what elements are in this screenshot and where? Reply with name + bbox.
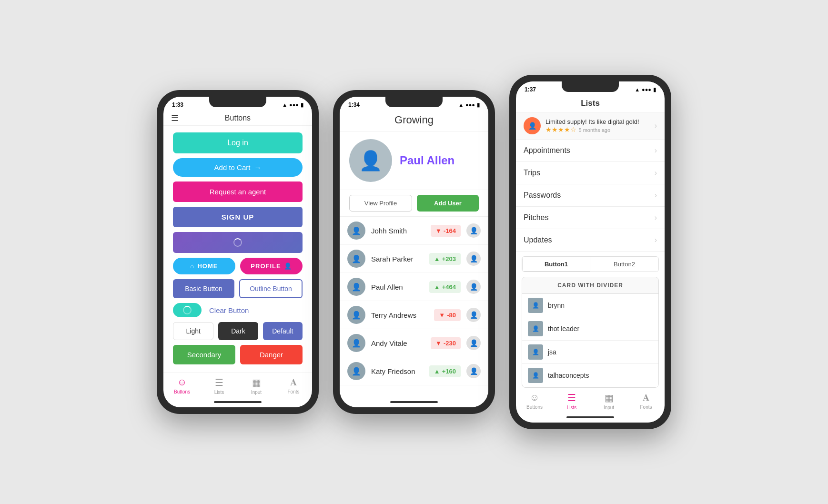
- nav-buttons-label-3: Buttons: [526, 404, 543, 410]
- basic-button[interactable]: Basic Button: [173, 279, 234, 298]
- user-avatar: 👤: [347, 278, 365, 296]
- score-badge: ▲ +203: [429, 253, 461, 265]
- user-row[interactable]: 👤 Andy Vitale ▼ -230 👤: [340, 329, 488, 357]
- user-row[interactable]: 👤 Sarah Parker ▲ +203 👤: [340, 245, 488, 273]
- score-badge: ▼ -164: [431, 225, 461, 237]
- toggle-spinner: [183, 306, 192, 314]
- add-to-cart-button[interactable]: Add to Cart →: [173, 158, 303, 177]
- danger-button[interactable]: Danger: [240, 345, 303, 364]
- avatar-placeholder: 👤: [359, 150, 383, 172]
- outline-button[interactable]: Outline Button: [239, 279, 303, 298]
- lists-header: Lists: [516, 95, 665, 112]
- card-username: jsa: [548, 348, 556, 356]
- user-action-icon[interactable]: 👤: [466, 336, 481, 350]
- nav-input-3[interactable]: ▦ Input: [590, 392, 627, 410]
- nav-lists-3[interactable]: ☰ Lists: [553, 392, 590, 410]
- user-row[interactable]: 👤 Paul Allen ▲ +464 👤: [340, 273, 488, 301]
- nav-fonts-label: Fonts: [287, 389, 299, 394]
- default-button[interactable]: Default: [263, 322, 303, 340]
- card-with-divider: CARD WITH DIVIDER 👤 brynn 👤 thot leader …: [522, 277, 659, 388]
- card-avatar: 👤: [528, 344, 543, 360]
- status-icons-3: ▲ ●●● ▮: [635, 87, 656, 93]
- score-value: +464: [442, 283, 456, 291]
- list-item[interactable]: Appointments ›: [516, 140, 665, 162]
- nav-fonts-3[interactable]: 𝐀 Fonts: [627, 392, 665, 410]
- list-item[interactable]: Passwords ›: [516, 184, 665, 207]
- user-action-icon[interactable]: 👤: [466, 308, 481, 322]
- buttons-nav-icon-3: ☺: [530, 392, 539, 403]
- user-name: Johh Smith: [371, 227, 425, 235]
- nav-fonts-label-3: Fonts: [640, 404, 652, 410]
- card-user-row[interactable]: 👤 brynn: [522, 294, 658, 317]
- secondary-danger-row: Secondary Danger: [173, 345, 303, 364]
- score-badge: ▲ +160: [429, 365, 461, 377]
- profile-action-buttons: View Profile Add User: [340, 190, 488, 217]
- user-name: Sarah Parker: [371, 255, 424, 263]
- user-name: Paul Allen: [371, 283, 424, 291]
- tab-button1[interactable]: Button1: [522, 257, 590, 272]
- phone-1: 1:33 ▲ ●●● ▮ ☰ Buttons Log in Add to Car…: [157, 90, 319, 414]
- user-avatar: 👤: [347, 362, 365, 380]
- signup-button[interactable]: SIGN UP: [173, 207, 303, 227]
- home-indicator-3: [516, 412, 665, 423]
- fonts-nav-icon: 𝐀: [290, 377, 297, 388]
- home-bar-2: [390, 401, 438, 403]
- home-indicator-2: [340, 397, 488, 407]
- dark-button[interactable]: Dark: [218, 322, 258, 340]
- login-button[interactable]: Log in: [173, 132, 303, 153]
- list-item[interactable]: Pitches ›: [516, 207, 665, 229]
- home-button[interactable]: ⌂ HOME: [173, 258, 235, 274]
- tab-bar: Button1 Button2: [522, 256, 659, 272]
- battery-icon-2: ▮: [477, 102, 480, 108]
- menu-icon[interactable]: ☰: [171, 113, 179, 123]
- buttons-content: Log in Add to Cart → Request an agent SI…: [163, 126, 312, 373]
- signal-icon: ●●●: [289, 102, 299, 108]
- nav-buttons[interactable]: ☺ Buttons: [163, 377, 201, 395]
- light-button[interactable]: Light: [173, 322, 213, 340]
- user-action-icon[interactable]: 👤: [466, 280, 481, 294]
- card-user-row[interactable]: 👤 jsa: [522, 341, 658, 364]
- card-username: talhaconcepts: [548, 372, 589, 379]
- nav-buttons-3[interactable]: ☺ Buttons: [516, 392, 553, 410]
- nav-fonts[interactable]: 𝐀 Fonts: [275, 377, 312, 395]
- loading-button[interactable]: [173, 232, 303, 253]
- user-row[interactable]: 👤 Johh Smith ▼ -164 👤: [340, 217, 488, 245]
- review-chevron-icon: ›: [655, 121, 657, 130]
- nav-input[interactable]: ▦ Input: [238, 377, 275, 395]
- clear-button[interactable]: Clear Button: [209, 306, 249, 314]
- request-agent-button[interactable]: Request an agent: [173, 181, 303, 202]
- score-value: +203: [442, 255, 456, 262]
- list-item[interactable]: Updates ›: [516, 229, 665, 252]
- view-profile-button[interactable]: View Profile: [349, 195, 412, 212]
- profile-button[interactable]: PROFILE 👤: [240, 258, 303, 274]
- score-arrow: ▼: [435, 340, 442, 347]
- profile-section: 👤 Paul Allen: [340, 131, 488, 190]
- score-badge: ▲ +464: [429, 281, 461, 293]
- nav-lists[interactable]: ☰ Lists: [201, 377, 238, 395]
- user-action-icon[interactable]: 👤: [466, 223, 481, 238]
- spinner-icon: [233, 238, 242, 247]
- lists-nav-icon-3: ☰: [567, 392, 576, 403]
- status-icons-1: ▲ ●●● ▮: [282, 102, 303, 108]
- add-user-button[interactable]: Add User: [417, 195, 479, 212]
- card-user-row[interactable]: 👤 talhaconcepts: [522, 364, 658, 387]
- wifi-icon-2: ▲: [458, 102, 464, 108]
- user-avatar: 👤: [347, 334, 365, 352]
- user-action-icon[interactable]: 👤: [466, 364, 481, 378]
- secondary-button[interactable]: Secondary: [173, 345, 235, 364]
- tab-button2[interactable]: Button2: [590, 257, 658, 272]
- user-action-icon[interactable]: 👤: [466, 252, 481, 266]
- score-arrow: ▲: [434, 368, 440, 375]
- card-username: brynn: [548, 302, 565, 309]
- wifi-icon-3: ▲: [635, 87, 640, 92]
- review-banner[interactable]: 👤 Limited supply! Its like digital gold!…: [516, 112, 665, 140]
- toggle-button[interactable]: [173, 303, 202, 317]
- signal-icon-3: ●●●: [642, 87, 651, 92]
- list-item[interactable]: Trips ›: [516, 162, 665, 184]
- user-row[interactable]: 👤 Katy Friedson ▲ +160 👤: [340, 357, 488, 385]
- status-icons-2: ▲ ●●● ▮: [458, 102, 480, 108]
- user-row[interactable]: 👤 Terry Andrews ▼ -80 👤: [340, 301, 488, 329]
- light-dark-row: Light Dark Default: [173, 322, 303, 340]
- card-user-row[interactable]: 👤 thot leader: [522, 317, 658, 341]
- list-item-label: Updates: [524, 236, 655, 244]
